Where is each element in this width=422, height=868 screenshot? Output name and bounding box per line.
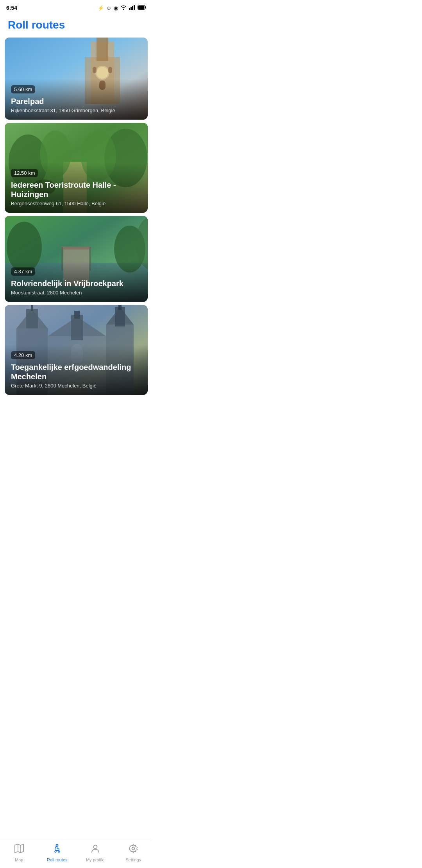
route-card-overlay-3: 4.37 km Rolvriendelijk in Vrijbroekpark … (5, 261, 148, 302)
svg-rect-43 (118, 305, 122, 310)
svg-rect-3 (134, 5, 135, 10)
svg-rect-13 (93, 67, 97, 73)
status-bar: 6:54 ⚡ ☺ ◉ (0, 0, 152, 14)
health-icon: ☺ (106, 5, 111, 11)
svg-rect-1 (131, 7, 132, 10)
svg-rect-34 (26, 309, 38, 328)
route-card-3[interactable]: 4.37 km Rolvriendelijk in Vrijbroekpark … (5, 216, 148, 302)
signal-icon (129, 5, 135, 11)
svg-rect-9 (97, 38, 108, 61)
route-distance-4: 4.20 km (11, 351, 35, 359)
svg-rect-5 (138, 5, 144, 9)
svg-rect-42 (115, 307, 125, 326)
svg-rect-0 (129, 8, 130, 10)
route-distance-1: 5.60 km (11, 85, 35, 93)
charging-icon: ⚡ (98, 5, 104, 11)
route-card-overlay-2: 12.50 km Iedereen Toeristroute Halle - H… (5, 163, 148, 213)
route-name-4: Toegankelijke erfgoedwandeling Mechelen (11, 362, 141, 381)
page-title: Roll routes (8, 19, 145, 31)
route-card-overlay-4: 4.20 km Toegankelijke erfgoedwandeling M… (5, 345, 148, 395)
location-icon: ◉ (114, 5, 118, 11)
svg-rect-39 (74, 311, 80, 319)
route-distance-2: 12.50 km (11, 169, 38, 177)
route-card-overlay-1: 5.60 km Parelpad Rijkenhoekstraat 31, 18… (5, 79, 148, 120)
route-card-4[interactable]: 4.20 km Toegankelijke erfgoedwandeling M… (5, 305, 148, 395)
route-name-2: Iedereen Toeristroute Halle - Huizingen (11, 180, 141, 199)
status-time: 6:54 (6, 5, 17, 11)
wifi-icon (120, 5, 127, 11)
route-address-2: Bergensesteenweg 61, 1500 Halle, België (11, 201, 141, 206)
svg-point-11 (97, 67, 108, 79)
route-card-2[interactable]: 12.50 km Iedereen Toeristroute Halle - H… (5, 123, 148, 213)
svg-rect-2 (132, 6, 133, 10)
svg-rect-14 (108, 67, 112, 73)
route-address-3: Moestuinstraat, 2800 Mechelen (11, 290, 141, 296)
route-card-1[interactable]: 5.60 km Parelpad Rijkenhoekstraat 31, 18… (5, 38, 148, 120)
route-name-3: Rolvriendelijk in Vrijbroekpark (11, 279, 141, 288)
route-address-4: Grote Markt 9, 2800 Mechelen, België (11, 383, 141, 389)
svg-rect-25 (61, 246, 91, 249)
svg-rect-35 (31, 305, 33, 311)
battery-icon (138, 5, 146, 11)
route-name-1: Parelpad (11, 97, 141, 106)
routes-list: 5.60 km Parelpad Rijkenhoekstraat 31, 18… (0, 38, 152, 395)
status-icons: ⚡ ☺ ◉ (98, 5, 146, 11)
route-address-1: Rijkenhoekstraat 31, 1850 Grimbergen, Be… (11, 108, 141, 113)
page-header: Roll routes (0, 14, 152, 38)
route-distance-3: 4.37 km (11, 267, 35, 276)
